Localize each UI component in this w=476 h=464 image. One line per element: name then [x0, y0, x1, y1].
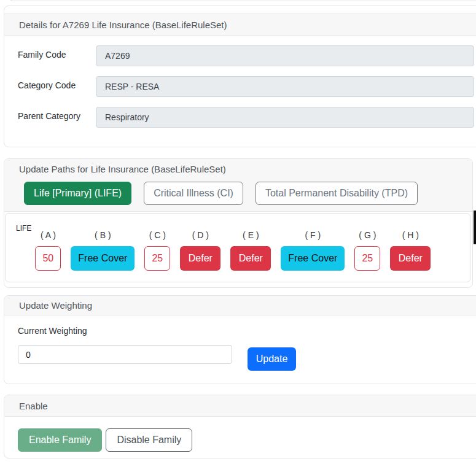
path-column-f: ( F ) Free Cover — [281, 223, 345, 271]
path-column-g: ( G ) — [354, 223, 380, 271]
path-column-b: ( B ) Free Cover — [71, 223, 135, 271]
path-critical-illness-button[interactable]: Critical Illness (CI) — [144, 182, 243, 205]
page: Details for A7269 Life Insurance (BaseLi… — [0, 0, 476, 464]
path-f-free-cover-button[interactable]: Free Cover — [281, 246, 345, 271]
path-column-e-header: ( E ) — [243, 230, 259, 241]
update-weighting-title: Update Weighting — [19, 300, 92, 311]
category-code-input — [96, 76, 474, 97]
previous-panel-edge — [7, 0, 476, 1]
current-weighting-input[interactable] — [18, 345, 232, 364]
enable-card-title: Enable — [19, 401, 48, 411]
path-b-free-cover-button[interactable]: Free Cover — [71, 246, 135, 271]
parent-category-label: Parent Category — [18, 107, 96, 128]
path-h-defer-button[interactable]: Defer — [390, 246, 431, 271]
disable-family-button[interactable]: Disable Family — [106, 428, 192, 452]
details-card-title: Details for A7269 Life Insurance (BaseLi… — [19, 20, 227, 30]
path-columns: ( A ) ( B ) Free Cover ( C ) ( D ) Defer… — [35, 223, 431, 271]
path-column-d-header: ( D ) — [192, 230, 209, 241]
path-column-d: ( D ) Defer — [180, 223, 220, 271]
path-g-input[interactable] — [354, 246, 380, 271]
category-code-label: Category Code — [18, 76, 96, 97]
path-c-input[interactable] — [144, 246, 170, 271]
family-code-label: Family Code — [18, 45, 96, 66]
path-column-g-header: ( G ) — [359, 230, 376, 241]
details-card: Details for A7269 Life Insurance (BaseLi… — [4, 6, 476, 147]
update-weighting-body: Current Weighting Update — [4, 315, 476, 364]
path-column-h-header: ( H ) — [402, 230, 419, 241]
path-column-c: ( C ) — [144, 223, 170, 271]
parent-category-input — [96, 107, 474, 128]
enable-card-body: Enable Family Disable Family — [4, 417, 476, 452]
category-code-row: Category Code — [4, 76, 476, 97]
family-code-row: Family Code — [4, 45, 476, 66]
enable-family-button[interactable]: Enable Family — [18, 428, 102, 452]
update-paths-title: Update Paths for Life Insurance (BaseLif… — [19, 163, 472, 176]
details-card-header: Details for A7269 Life Insurance (BaseLi… — [4, 14, 476, 36]
path-column-c-header: ( C ) — [149, 230, 166, 241]
path-column-b-header: ( B ) — [95, 230, 111, 241]
update-weighting-header: Update Weighting — [4, 296, 476, 315]
update-weighting-card: Update Weighting Current Weighting Updat… — [4, 295, 476, 384]
path-type-button-group: Life [Primary] (LIFE) Critical Illness (… — [19, 182, 472, 205]
scrollbar-thumb[interactable] — [474, 211, 476, 244]
update-paths-header: Update Paths for Life Insurance (BaseLif… — [4, 159, 472, 212]
enable-card: Enable Enable Family Disable Family — [4, 395, 476, 458]
current-weighting-label: Current Weighting — [18, 326, 476, 338]
parent-category-row: Parent Category — [4, 107, 476, 128]
family-code-input — [96, 45, 474, 66]
path-column-a: ( A ) — [35, 223, 61, 271]
life-paths-row: LIFE ( A ) ( B ) Free Cover ( C ) ( D ) … — [5, 213, 470, 282]
path-column-h: ( H ) Defer — [390, 223, 431, 271]
life-row-label: LIFE — [16, 224, 31, 233]
path-tpd-button[interactable]: Total Permanent Disability (TPD) — [256, 182, 418, 205]
path-column-f-header: ( F ) — [305, 230, 321, 241]
update-paths-card: Update Paths for Life Insurance (BaseLif… — [4, 158, 473, 288]
path-column-a-header: ( A ) — [41, 230, 56, 241]
enable-card-header: Enable — [4, 395, 476, 417]
path-e-defer-button[interactable]: Defer — [230, 246, 271, 271]
path-a-input[interactable] — [35, 246, 61, 271]
path-life-button[interactable]: Life [Primary] (LIFE) — [24, 182, 131, 205]
update-weighting-button[interactable]: Update — [248, 347, 296, 371]
path-column-e: ( E ) Defer — [230, 223, 271, 271]
path-d-defer-button[interactable]: Defer — [180, 246, 220, 271]
